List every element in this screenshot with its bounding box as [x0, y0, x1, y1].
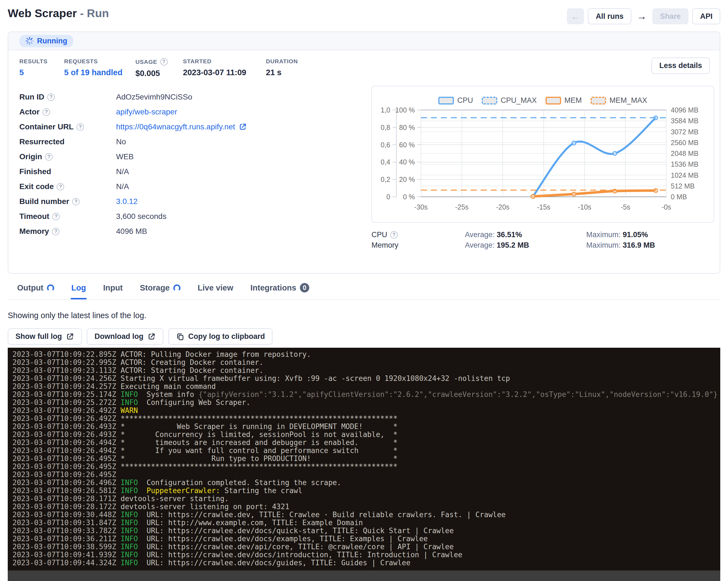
- tab-label: Input: [103, 283, 123, 292]
- external-link-icon: [66, 333, 74, 341]
- help-icon[interactable]: ?: [160, 58, 168, 65]
- svg-text:4096 MB: 4096 MB: [671, 106, 698, 114]
- legend-item-cpu_max[interactable]: CPU_MAX: [482, 96, 537, 105]
- detail-label: Actor?: [19, 107, 116, 116]
- svg-text:512 MB: 512 MB: [671, 182, 695, 190]
- log-line: 2023-03-07T10:09:25.174Z INFO System inf…: [12, 391, 720, 399]
- legend-swatch-icon: [482, 97, 497, 104]
- usage-maximum: Maximum: 316.9 MB: [586, 241, 655, 249]
- usage-summary-row-memory: MemoryAverage: 195.2 MBMaximum: 316.9 MB: [371, 241, 714, 252]
- detail-value[interactable]: apify/web-scraper: [116, 107, 177, 116]
- stat-label: RESULTS: [19, 58, 64, 65]
- page-title-primary: Web Scraper: [8, 7, 77, 20]
- arrow-left-icon: ←: [571, 11, 580, 22]
- svg-text:0,6: 0,6: [381, 141, 390, 149]
- svg-text:0: 0: [386, 193, 390, 201]
- detail-value[interactable]: https://0q64wnacgyft.runs.apify.net: [116, 123, 247, 131]
- log-console[interactable]: 2023-03-07T10:09:22.895Z ACTOR: Pulling …: [8, 348, 720, 581]
- tab-label: Output: [17, 283, 44, 292]
- legend-swatch-icon: [438, 97, 454, 104]
- svg-text:80 %: 80 %: [399, 124, 415, 131]
- usage-metric-label: CPU?: [371, 231, 398, 239]
- svg-text:-10s: -10s: [578, 203, 592, 211]
- svg-text:3072 MB: 3072 MB: [671, 128, 698, 136]
- log-line: 2023-03-07T10:09:31.847Z INFO URL: http:…: [12, 519, 720, 527]
- svg-text:20 %: 20 %: [399, 176, 415, 184]
- tab-integrations[interactable]: Integrations0: [250, 281, 310, 299]
- arrow-right-icon: →: [637, 10, 647, 22]
- detail-label: Run ID?: [19, 93, 116, 101]
- svg-text:-15s: -15s: [537, 203, 551, 211]
- card-content: Run ID?AdOz5evimh9NCiSSoActor?apify/web-…: [8, 83, 720, 274]
- help-icon[interactable]: ?: [77, 123, 84, 131]
- help-icon[interactable]: ?: [45, 153, 53, 161]
- detail-value[interactable]: 3.0.12: [116, 197, 138, 206]
- svg-text:0,4: 0,4: [381, 158, 390, 166]
- less-details-button[interactable]: Less details: [651, 57, 710, 74]
- log-line: 2023-03-07T10:09:24.257Z Executing main …: [12, 382, 720, 391]
- help-icon[interactable]: ?: [47, 94, 55, 101]
- spinner-icon: [47, 284, 54, 292]
- help-icon[interactable]: ?: [390, 231, 398, 239]
- help-icon[interactable]: ?: [72, 198, 80, 205]
- button-label: Download log: [95, 332, 144, 341]
- download-log-button[interactable]: Download log: [87, 328, 163, 344]
- help-icon[interactable]: ?: [57, 183, 64, 190]
- svg-text:1024 MB: 1024 MB: [671, 171, 698, 179]
- status-badge-label: Running: [37, 37, 67, 45]
- svg-text:60 %: 60 %: [399, 141, 415, 149]
- log-line: 2023-03-07T10:09:26.496Z INFO Configurat…: [12, 479, 720, 487]
- next-run-button[interactable]: →: [635, 9, 648, 23]
- detail-label: Timeout?: [19, 212, 116, 221]
- stat-value[interactable]: 5 of 19 handled: [64, 68, 135, 77]
- stat-results: RESULTS5: [19, 58, 64, 78]
- help-icon[interactable]: ?: [52, 228, 59, 235]
- help-icon[interactable]: ?: [52, 213, 60, 220]
- chart-legend: CPUCPU_MAXMEMMEM_MAX: [372, 96, 713, 105]
- svg-text:40 %: 40 %: [399, 158, 415, 166]
- detail-label: Exit code?: [19, 182, 116, 191]
- help-icon[interactable]: ?: [43, 108, 50, 116]
- previous-run-button[interactable]: ←: [567, 8, 584, 24]
- tab-label: Integrations: [251, 283, 296, 292]
- tab-output[interactable]: Output: [17, 281, 55, 299]
- legend-item-mem[interactable]: MEM: [546, 96, 582, 105]
- tab-live-view[interactable]: Live view: [197, 281, 234, 299]
- show-full-log-button[interactable]: Show full log: [8, 328, 82, 344]
- top-bar: Web Scraper - Run ← All runs → Share API: [0, 0, 728, 24]
- stat-value[interactable]: 5: [19, 68, 64, 77]
- detail-row-run-id: Run ID?AdOz5evimh9NCiSSo: [19, 89, 357, 104]
- run-details-list: Run ID?AdOz5evimh9NCiSSoActor?apify/web-…: [19, 89, 357, 239]
- log-line: 2023-03-07T10:09:30.448Z INFO URL: https…: [12, 511, 720, 519]
- usage-average: Average: 195.2 MB: [465, 241, 529, 249]
- detail-row-memory: Memory?4096 MB: [19, 224, 357, 239]
- log-actions: Show full logDownload logCopy log to cli…: [8, 328, 720, 344]
- external-link-icon[interactable]: [238, 123, 247, 131]
- legend-item-mem_max[interactable]: MEM_MAX: [591, 96, 647, 105]
- legend-label: MEM_MAX: [609, 96, 647, 105]
- top-actions: ← All runs → Share API: [567, 8, 720, 24]
- log-horizontal-scrollbar[interactable]: [8, 571, 720, 581]
- detail-label: Resurrected: [19, 137, 116, 146]
- svg-text:-20s: -20s: [496, 203, 510, 211]
- legend-item-cpu[interactable]: CPU: [438, 96, 473, 105]
- stat-started: STARTED2023-03-07 11:09: [183, 58, 266, 78]
- api-button[interactable]: API: [692, 8, 720, 24]
- share-button[interactable]: Share: [652, 8, 688, 24]
- tab-log[interactable]: Log: [71, 281, 86, 299]
- svg-text:0,2: 0,2: [381, 176, 390, 184]
- log-line: 2023-03-07T10:09:26.493Z * Concurrency i…: [12, 431, 720, 439]
- legend-swatch-icon: [546, 97, 561, 104]
- all-runs-button[interactable]: All runs: [588, 8, 631, 24]
- log-line: 2023-03-07T10:09:26.495Z: [12, 471, 720, 479]
- tab-input[interactable]: Input: [103, 281, 123, 299]
- detail-value-text: AdOz5evimh9NCiSSo: [116, 93, 192, 101]
- log-line: 2023-03-07T10:09:36.211Z INFO URL: https…: [12, 535, 720, 543]
- tab-storage[interactable]: Storage: [139, 281, 181, 299]
- svg-text:-25s: -25s: [455, 203, 469, 211]
- detail-value-text: No: [116, 137, 126, 146]
- copy-log-to-clipboard-button[interactable]: Copy log to clipboard: [168, 328, 273, 344]
- detail-row-build-number: Build number?3.0.12: [19, 194, 357, 209]
- log-line: 2023-03-07T10:09:28.172Z devtools-server…: [12, 503, 720, 511]
- detail-value-text: 3,600 seconds: [116, 212, 166, 221]
